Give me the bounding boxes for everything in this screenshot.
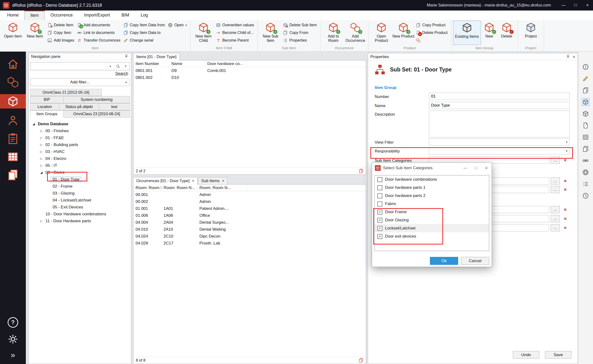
tree-item[interactable]: 05 - Exit Devices: [29, 204, 131, 211]
expander-icon[interactable]: ▷: [40, 219, 46, 223]
change-serial-button[interactable]: Change serial: [122, 37, 167, 44]
nav-tab-omniclass21[interactable]: OmniClass 21 [2012-05-16]: [30, 89, 102, 96]
add-images-button[interactable]: Add Images: [46, 37, 76, 44]
expand-rail-icon[interactable]: »: [11, 351, 15, 359]
table-row[interactable]: 0801.002 D10: [133, 74, 366, 81]
ok-button[interactable]: Ok: [430, 257, 458, 265]
tree-item[interactable]: ▷01 - FF&E: [29, 134, 131, 141]
table-row[interactable]: 0801.001 D9 Comb.001: [133, 67, 366, 74]
room-data-module-icon[interactable]: [6, 76, 20, 88]
expander-icon[interactable]: ▷: [40, 129, 46, 133]
browse-button[interactable]: …: [551, 177, 560, 184]
delete-item-button[interactable]: Delete Item: [46, 21, 76, 29]
new-item-group-button[interactable]: New: [481, 20, 498, 45]
tree-item-door-type-selected[interactable]: 01 - Door Type: [29, 176, 131, 183]
maximize-button[interactable]: □: [570, 0, 581, 11]
category-option[interactable]: ✓Lockset/Latchset: [375, 224, 489, 232]
pin-icon[interactable]: [124, 54, 129, 59]
column-header[interactable]: Room: Room N...: [161, 184, 197, 191]
copy-item-button[interactable]: Copy Item: [46, 29, 76, 37]
new-product-button[interactable]: New Product: [392, 20, 414, 45]
nav-tab-location[interactable]: Location: [30, 103, 59, 110]
rooms-module-icon[interactable]: [6, 58, 20, 70]
tree-item-doors[interactable]: ◢08 - Doors: [29, 169, 131, 176]
items-module-icon[interactable]: [0, 94, 26, 109]
reports-module-icon[interactable]: [6, 169, 20, 181]
clear-icon[interactable]: ×: [561, 177, 569, 184]
search-input[interactable]: [30, 62, 106, 70]
number-field[interactable]: [429, 93, 569, 100]
checkbox-unchecked[interactable]: [377, 202, 382, 207]
link-icon[interactable]: [582, 157, 589, 164]
category-option[interactable]: ✓Door Frame: [375, 208, 489, 216]
category-option[interactable]: ✓Door exit devices: [375, 232, 489, 240]
table-row[interactable]: 04.0102A10Dental Waiting: [133, 226, 366, 233]
checkbox-unchecked[interactable]: [377, 177, 382, 182]
become-parent-button[interactable]: Become Parent: [214, 37, 256, 44]
grid-icon[interactable]: [582, 133, 589, 141]
tree-item[interactable]: 04 - Lockset/Latchset: [29, 197, 131, 204]
checkbox-unchecked[interactable]: [377, 185, 382, 190]
sub-items-tab[interactable]: Sub Items ×: [198, 177, 227, 184]
report-icon[interactable]: [358, 358, 363, 363]
browse-button[interactable]: …: [551, 186, 560, 193]
list-icon[interactable]: [582, 180, 589, 188]
browse-button[interactable]: …: [551, 206, 560, 213]
documents-icon[interactable]: [582, 145, 589, 153]
tab-log[interactable]: Log: [135, 11, 153, 20]
category-option[interactable]: ✓Door Glazing: [375, 216, 489, 224]
table-row[interactable]: 01.0011A01Patient Admin....: [133, 205, 366, 212]
table-row[interactable]: 01.0061A06Office: [133, 212, 366, 219]
copy-item-data-to-button[interactable]: Copy Item Data to: [122, 29, 167, 37]
copy-icon[interactable]: [582, 86, 589, 94]
column-header[interactable]: Item Number: [133, 60, 169, 67]
search-link[interactable]: Search: [32, 71, 128, 76]
nav-tab-test[interactable]: test: [99, 103, 130, 110]
chevron-down-icon[interactable]: ▾: [106, 62, 114, 70]
column-header[interactable]: Room: Room Fu...: [133, 184, 161, 191]
undo-button[interactable]: Undo: [513, 351, 539, 358]
info-icon[interactable]: [582, 63, 589, 71]
clear-icon[interactable]: ×: [561, 206, 569, 213]
tree-item[interactable]: 03 - Glazing: [29, 190, 131, 197]
name-field[interactable]: [429, 102, 569, 109]
web-icon[interactable]: [582, 169, 589, 176]
persons-module-icon[interactable]: [6, 114, 20, 127]
copy-item-data-from-button[interactable]: Copy Item Data from: [122, 21, 167, 29]
tab-occurrence[interactable]: Occurrence: [45, 11, 79, 20]
delete-product-button[interactable]: Delete Product: [414, 29, 449, 37]
nav-tab-omniclass23[interactable]: OmniClass 23 [2010-06-24]: [63, 110, 130, 117]
products-icon[interactable]: [582, 110, 589, 117]
minimize-button[interactable]: —: [460, 163, 471, 173]
settings-gear-icon[interactable]: [8, 334, 18, 344]
responsibility-dropdown[interactable]: ▾: [429, 147, 570, 154]
systems-module-icon[interactable]: [6, 150, 20, 163]
copy-from-button[interactable]: Copy From: [281, 29, 318, 37]
close-pane-icon[interactable]: ×: [573, 54, 575, 59]
overwritten-values-button[interactable]: Overwritten values: [214, 21, 256, 29]
clear-icon[interactable]: ×: [561, 215, 569, 222]
browse-button[interactable]: …: [551, 215, 560, 222]
close-tab-icon[interactable]: ×: [192, 179, 194, 183]
category-option[interactable]: Door hardware parts 2: [375, 192, 489, 200]
delete-item-group-button[interactable]: Delete: [498, 20, 516, 45]
table-row[interactable]: 00.001Admin: [133, 191, 366, 198]
properties-panel-icon[interactable]: [582, 98, 589, 106]
category-option[interactable]: Door hardware combinations: [375, 176, 489, 183]
search-icon[interactable]: [114, 62, 122, 70]
table-row[interactable]: 00.002Admin: [133, 198, 366, 205]
description-field[interactable]: [429, 111, 570, 137]
copy-product-button[interactable]: Copy Product: [414, 21, 449, 29]
add-to-room-button[interactable]: Add to Room: [322, 20, 344, 45]
checkbox-checked[interactable]: ✓: [377, 218, 382, 223]
column-header[interactable]: Room: Room N...: [197, 184, 247, 191]
browse-button[interactable]: …: [551, 224, 560, 231]
expander-icon[interactable]: ▷: [40, 136, 46, 140]
tree-item[interactable]: 02 - Frame: [29, 183, 131, 190]
save-button[interactable]: Save: [545, 351, 572, 358]
become-child-of-button[interactable]: Become Child of...: [214, 29, 256, 37]
clear-search-icon[interactable]: ×: [122, 62, 129, 70]
link-to-documents-button[interactable]: Link to documents: [76, 29, 122, 37]
delete-sub-item-button[interactable]: Delete Sub Item: [281, 21, 318, 29]
report-icon[interactable]: [358, 169, 363, 174]
